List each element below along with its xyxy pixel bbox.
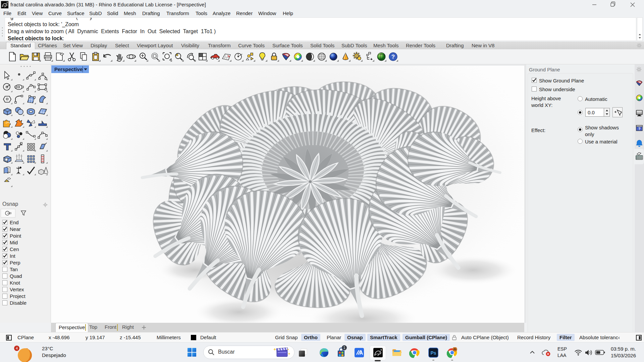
svg-text:Ps: Ps	[430, 350, 436, 356]
svg-text:?: ?	[638, 127, 641, 131]
svg-text:4: 4	[16, 346, 18, 350]
svg-text:8: 8	[7, 1, 8, 4]
svg-text:8: 8	[380, 348, 382, 351]
svg-text:?: ?	[391, 54, 395, 60]
